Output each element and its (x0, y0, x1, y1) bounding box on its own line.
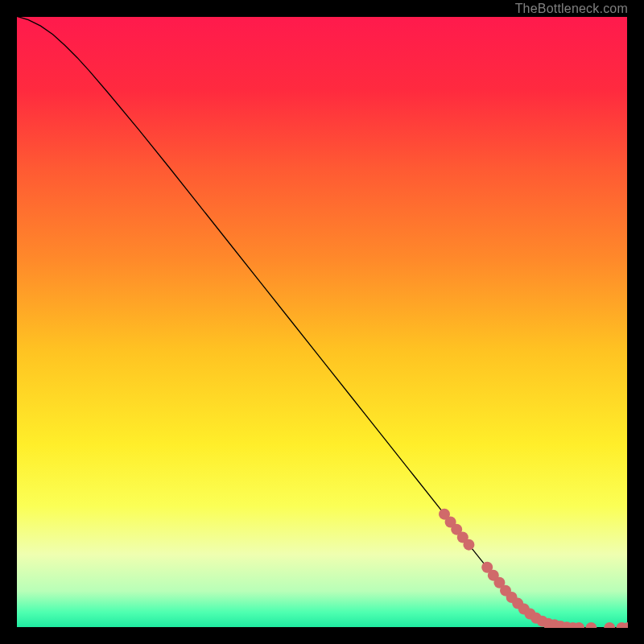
chart-plot (16, 16, 628, 628)
watermark-text: TheBottleneck.com (515, 2, 628, 16)
chart-background (16, 16, 628, 628)
highlight-dot (463, 539, 474, 551)
